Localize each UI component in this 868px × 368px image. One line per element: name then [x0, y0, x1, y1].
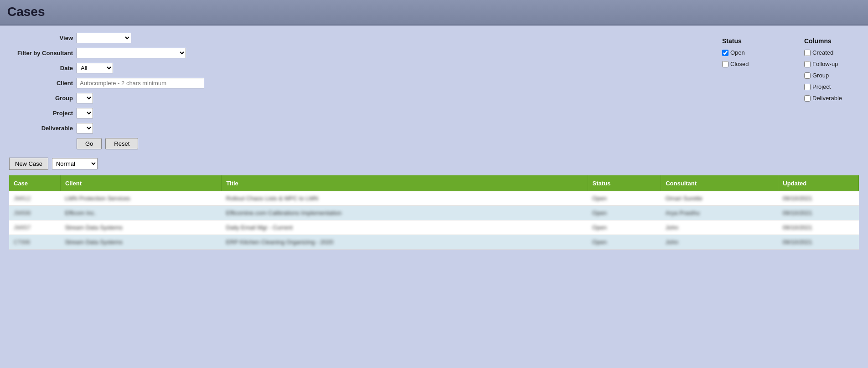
project-label: Project [9, 110, 73, 117]
col-header-client: Client [60, 175, 221, 191]
cell-client: Stream Data Systems [60, 235, 221, 250]
col-header-case: Case [9, 175, 60, 191]
case-link[interactable]: CT998 [14, 239, 30, 245]
cell-status: Open [588, 191, 661, 206]
deliverable-col-label: Deliverable [812, 95, 842, 102]
open-label: Open [730, 49, 745, 56]
group-col-checkbox[interactable] [804, 72, 811, 79]
project-select[interactable] [77, 108, 93, 118]
cell-client: LMN Protection Services [60, 191, 221, 206]
consultant-label: Filter by Consultant [9, 50, 73, 56]
status-title: Status [722, 37, 777, 45]
col-header-consultant: Consultant [661, 175, 778, 191]
group-select[interactable] [77, 93, 93, 103]
cell-title: Daily Email Mgr - Current [222, 220, 588, 235]
new-case-button[interactable]: New Case [9, 158, 48, 170]
cell-title: Efficomine.com Calibrations Implementati… [222, 206, 588, 220]
table-row: JW657Stream Data SystemsDaily Email Mgr … [9, 220, 859, 235]
closed-checkbox[interactable] [722, 61, 728, 67]
priority-select[interactable]: Normal High Low [52, 158, 98, 169]
client-label: Client [9, 80, 73, 87]
cell-status: Open [588, 220, 661, 235]
cell-status: Open [588, 235, 661, 250]
cell-updated: 09/10/2021 [778, 206, 859, 220]
cell-case: CT998 [9, 235, 60, 250]
group-label: Group [9, 95, 73, 102]
cell-case: JW612 [9, 191, 60, 206]
client-input[interactable] [77, 78, 204, 88]
created-checkbox[interactable] [804, 50, 811, 56]
project-col-label: Project [812, 83, 831, 90]
project-col-checkbox[interactable] [804, 84, 811, 90]
date-label: Date [9, 65, 73, 72]
deliverable-col-checkbox[interactable] [804, 95, 811, 102]
deliverable-select[interactable] [77, 123, 93, 133]
cell-case: JW657 [9, 220, 60, 235]
case-link[interactable]: JW612 [14, 195, 31, 202]
reset-button[interactable]: Reset [105, 138, 138, 149]
cell-consultant: Arya Prasthu [661, 206, 778, 220]
followup-checkbox[interactable] [804, 61, 811, 67]
col-header-status: Status [588, 175, 661, 191]
cell-client: Stream Data Systems [60, 220, 221, 235]
cell-updated: 09/10/2021 [778, 220, 859, 235]
cases-table: Case Client Title Status Consultant Upda… [9, 175, 859, 250]
cell-consultant: Omari Surette [661, 191, 778, 206]
col-header-title: Title [222, 175, 588, 191]
cell-title: Rollout Chaos Lists & MPC to LMN [222, 191, 588, 206]
cell-consultant: John [661, 220, 778, 235]
table-row: JW612LMN Protection ServicesRollout Chao… [9, 191, 859, 206]
table-row: JW698Efficom Inc.Efficomine.com Calibrat… [9, 206, 859, 220]
cell-case: JW698 [9, 206, 60, 220]
open-checkbox[interactable] [722, 50, 728, 56]
consultant-select[interactable] [77, 48, 186, 58]
cell-updated: 09/10/2021 [778, 235, 859, 250]
cell-status: Open [588, 206, 661, 220]
deliverable-label: Deliverable [9, 125, 73, 132]
followup-label: Follow-up [812, 61, 838, 67]
go-button[interactable]: Go [77, 138, 102, 149]
cell-client: Efficom Inc. [60, 206, 221, 220]
cell-consultant: John [661, 235, 778, 250]
date-select[interactable]: All [77, 63, 113, 73]
table-row: CT998Stream Data SystemsERP Kitchen Clea… [9, 235, 859, 250]
group-col-label: Group [812, 72, 829, 79]
cell-updated: 09/10/2021 [778, 191, 859, 206]
col-header-updated: Updated [778, 175, 859, 191]
closed-label: Closed [730, 61, 749, 67]
page-title: Cases [7, 5, 861, 19]
case-link[interactable]: JW657 [14, 225, 31, 231]
created-label: Created [812, 49, 833, 56]
case-link[interactable]: JW698 [14, 210, 31, 216]
columns-title: Columns [804, 37, 859, 45]
view-select[interactable] [77, 33, 131, 43]
table-header-row: Case Client Title Status Consultant Upda… [9, 175, 859, 191]
cell-title: ERP Kitchen Cleaning Organizing - 2020 [222, 235, 588, 250]
view-label: View [9, 35, 73, 41]
